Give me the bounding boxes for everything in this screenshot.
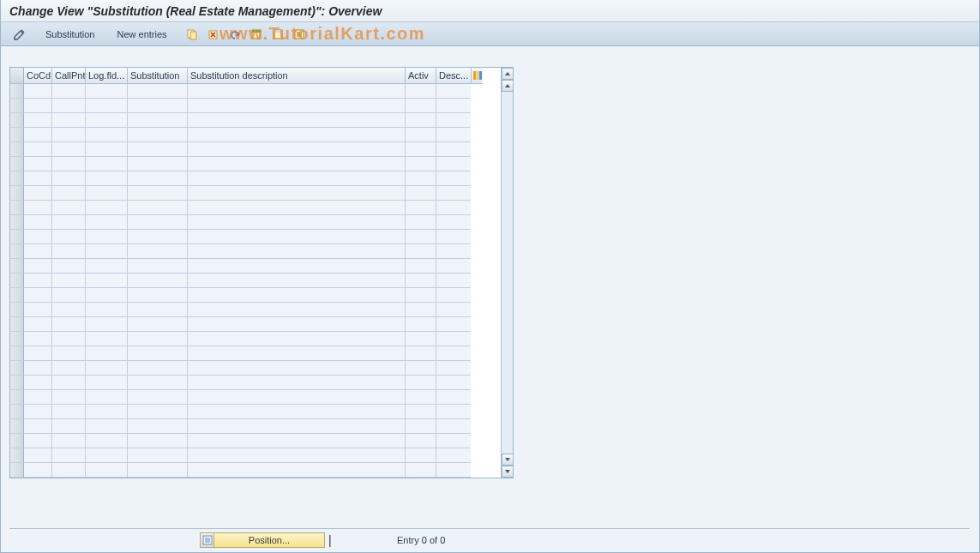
grid-cell[interactable] (128, 419, 188, 434)
grid-cell[interactable] (128, 142, 188, 157)
row-handle[interactable] (10, 288, 24, 303)
grid-cell[interactable] (128, 390, 188, 405)
grid-cell[interactable] (188, 201, 406, 215)
grid-cell[interactable] (128, 376, 188, 390)
scroll-track[interactable] (502, 92, 513, 454)
grid-cell[interactable] (24, 186, 52, 201)
grid-cell[interactable] (406, 419, 436, 434)
grid-cell[interactable] (52, 273, 86, 288)
grid-cell[interactable] (24, 157, 52, 171)
grid-cell[interactable] (24, 273, 52, 288)
scroll-down-icon[interactable] (502, 466, 514, 478)
grid-cell[interactable] (52, 230, 86, 244)
grid-cell[interactable] (52, 434, 86, 448)
grid-cell[interactable] (24, 99, 52, 113)
row-handle[interactable] (10, 419, 24, 434)
grid-cell[interactable] (86, 346, 128, 361)
grid-cell[interactable] (188, 361, 406, 376)
grid-cell[interactable] (128, 99, 188, 113)
col-header-activ[interactable]: Activ (406, 68, 436, 84)
grid-cell[interactable] (188, 230, 406, 244)
substitution-button[interactable]: Substitution (40, 29, 99, 39)
col-header-substitution-description[interactable]: Substitution description (188, 68, 406, 84)
grid-cell[interactable] (188, 215, 406, 230)
grid-cell[interactable] (86, 376, 128, 390)
col-header-descr[interactable]: Desc... (436, 68, 471, 84)
row-handle[interactable] (10, 463, 24, 478)
col-header-logfld[interactable]: Log.fld... (86, 68, 128, 84)
grid-cell[interactable] (24, 142, 52, 157)
row-handle[interactable] (10, 376, 24, 390)
grid-cell[interactable] (128, 201, 188, 215)
grid-cell[interactable] (24, 201, 52, 215)
grid-cell[interactable] (436, 215, 471, 230)
grid-cell[interactable] (24, 361, 52, 376)
grid-cell[interactable] (128, 463, 188, 478)
grid-cell[interactable] (86, 84, 128, 99)
grid-cell[interactable] (52, 84, 86, 99)
grid-cell[interactable] (86, 99, 128, 113)
grid-cell[interactable] (86, 361, 128, 376)
new-entries-button[interactable]: New entries (111, 29, 171, 39)
grid-cell[interactable] (86, 332, 128, 346)
row-handle[interactable] (10, 448, 24, 463)
grid-cell[interactable] (24, 113, 52, 128)
row-handle[interactable] (10, 215, 24, 230)
grid-cell[interactable] (188, 171, 406, 186)
grid-cell[interactable] (128, 273, 188, 288)
grid-cell[interactable] (406, 128, 436, 142)
grid-cell[interactable] (128, 215, 188, 230)
grid-cell[interactable] (24, 463, 52, 478)
grid-cell[interactable] (436, 332, 471, 346)
grid-cell[interactable] (24, 332, 52, 346)
grid-cell[interactable] (86, 201, 128, 215)
grid-cell[interactable] (436, 376, 471, 390)
grid-cell[interactable] (86, 419, 128, 434)
grid-cell[interactable] (436, 405, 471, 419)
grid-cell[interactable] (86, 273, 128, 288)
grid-cell[interactable] (128, 259, 188, 273)
grid-cell[interactable] (406, 215, 436, 230)
grid-cell[interactable] (406, 303, 436, 317)
grid-cell[interactable] (406, 171, 436, 186)
grid-cell[interactable] (24, 215, 52, 230)
grid-cell[interactable] (86, 288, 128, 303)
row-handle[interactable] (10, 434, 24, 448)
grid-cell[interactable] (24, 244, 52, 259)
grid-cell[interactable] (188, 259, 406, 273)
grid-cell[interactable] (406, 390, 436, 405)
grid-cell[interactable] (86, 303, 128, 317)
grid-cell[interactable] (24, 288, 52, 303)
row-handle[interactable] (10, 113, 24, 128)
grid-cell[interactable] (436, 273, 471, 288)
grid-cell[interactable] (436, 99, 471, 113)
grid-cell[interactable] (188, 303, 406, 317)
row-handle[interactable] (10, 201, 24, 215)
grid-cell[interactable] (52, 157, 86, 171)
grid-cell[interactable] (86, 186, 128, 201)
deselect-all-icon[interactable] (268, 26, 287, 43)
grid-cell[interactable] (128, 303, 188, 317)
grid-cell[interactable] (86, 463, 128, 478)
grid-cell[interactable] (86, 434, 128, 448)
row-handle[interactable] (10, 303, 24, 317)
grid-cell[interactable] (128, 361, 188, 376)
grid-cell[interactable] (86, 390, 128, 405)
grid-cell[interactable] (406, 259, 436, 273)
grid-cell[interactable] (406, 99, 436, 113)
grid-cell[interactable] (24, 84, 52, 99)
grid-cell[interactable] (52, 405, 86, 419)
grid-cell[interactable] (188, 113, 406, 128)
grid-cell[interactable] (188, 317, 406, 332)
grid-cell[interactable] (436, 448, 471, 463)
grid-cell[interactable] (24, 390, 52, 405)
grid-cell[interactable] (436, 419, 471, 434)
grid-cell[interactable] (188, 99, 406, 113)
row-handle[interactable] (10, 230, 24, 244)
grid-cell[interactable] (188, 244, 406, 259)
col-header-substitution[interactable]: Substitution (128, 68, 188, 84)
grid-cell[interactable] (128, 84, 188, 99)
col-header-cocd[interactable]: CoCd (24, 68, 52, 84)
grid-cell[interactable] (52, 99, 86, 113)
grid-cell[interactable] (52, 317, 86, 332)
